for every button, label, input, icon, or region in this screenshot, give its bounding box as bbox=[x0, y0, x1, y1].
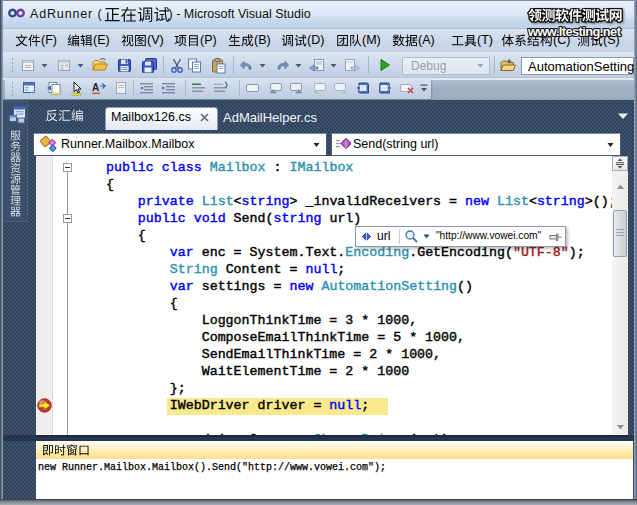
svg-text:www.ltesting.net: www.ltesting.net bbox=[527, 24, 622, 39]
svg-text:A: A bbox=[92, 82, 99, 93]
